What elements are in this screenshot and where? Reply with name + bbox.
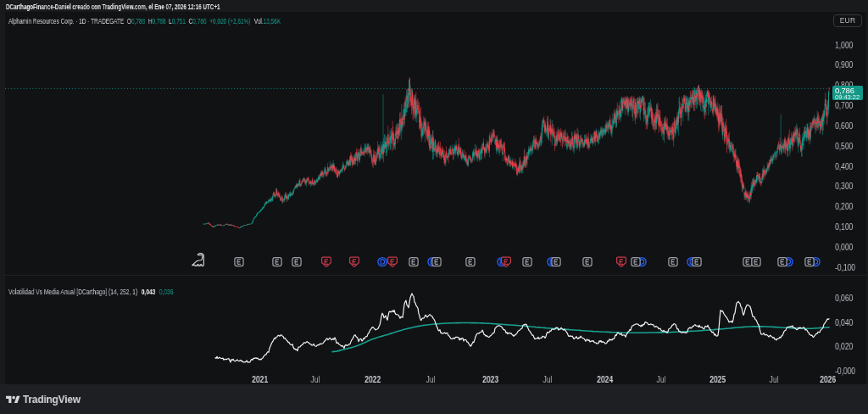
earnings-marker-icon[interactable] [466,258,475,266]
time-axis-year: 2026 [820,375,836,384]
earnings-miss-marker-icon[interactable] [350,257,359,266]
earnings-marker-icon[interactable] [273,258,281,266]
price-scale-label: 0,600 [835,120,865,131]
ohlc-value: 0,751 [172,17,186,25]
indicator-title[interactable]: Volatilidad Vs Media Anual [DCarthago] (… [8,288,137,296]
time-axis-year: 2024 [597,375,613,384]
earnings-marker-icon[interactable] [778,258,787,266]
symbol-title[interactable]: Alphamin Resources Corp. · 1D · TRADEGAT… [8,17,124,25]
earnings-marker-icon[interactable] [669,258,677,266]
earnings-miss-marker-icon[interactable] [322,257,331,266]
indicator-ma-value: 0,036 [159,288,174,296]
export-header: DCarthagoFinance-Daniel creado con Tradi… [0,0,868,12]
price-scale-label: 0,500 [835,141,865,151]
price-scale-label: 1,000 [835,40,865,50]
tradingview-export-screenshot: DCarthagoFinance-Daniel creado con Tradi… [0,0,868,414]
indicator-value: 0,043 [142,288,156,296]
change-value: +0,020 (+2,61%) [209,17,250,25]
price-scale-label: 0,200 [835,201,865,211]
candlestick-series[interactable] [203,77,829,228]
time-axis-month: Jul [543,375,553,384]
price-scale-label: 0,900 [835,59,865,70]
time-axis-year: 2025 [709,375,726,384]
price-scale-label: 0,400 [835,161,865,171]
volatility-series[interactable] [215,294,829,362]
history-start-marker-icon[interactable] [192,254,204,266]
time-axis-year: 2022 [364,375,381,384]
earnings-marker-icon[interactable] [632,258,640,266]
earnings-miss-marker-icon[interactable] [617,257,626,266]
indicator-scale-label: 0,020 [835,341,865,351]
chart-widget: Alphamin Resources Corp. · 1D · TRADEGAT… [5,12,866,384]
last-price-value: 0,786 [832,86,863,94]
earnings-marker-icon[interactable] [743,258,752,266]
time-axis-year: 2023 [482,375,498,384]
earnings-marker-icon[interactable] [752,258,760,266]
volume-label: Vol. [254,17,264,25]
price-scale-label: 0,700 [835,100,865,110]
price-scale-label: 0,100 [835,221,865,232]
volume-value: 13,56K [264,17,281,25]
last-price-label: 0,786 09:43:22 [832,86,863,100]
events-row[interactable] [192,254,820,267]
tradingview-logo-icon[interactable] [6,394,20,406]
ohlc-value: 0,788 [152,17,165,25]
earnings-marker-icon[interactable] [292,258,301,266]
earnings-miss-marker-icon[interactable] [388,257,398,266]
earnings-marker-icon[interactable] [432,258,441,266]
tradingview-wordmark[interactable]: TradingView [23,393,81,406]
export-title: DCarthagoFinance-Daniel creado con Tradi… [6,2,220,11]
time-axis-month: Jul [657,375,666,384]
price-scale-label: 0,000 [835,242,865,252]
indicator-scale-label: -0,000 [835,366,865,376]
symbol-legend[interactable]: Alphamin Resources Corp. · 1D · TRADEGAT… [8,17,281,25]
indicator-scale-label: 0,040 [835,317,865,327]
indicator-legend[interactable]: Volatilidad Vs Media Anual [DCarthago] (… [8,288,173,296]
ohlc-value: 0,786 [192,17,206,25]
indicator-scale-label: 0,060 [835,293,865,303]
time-axis-month: Jul [426,375,436,384]
currency-button[interactable]: EUR [833,14,862,27]
price-scale-label: -0,100 [835,262,865,272]
earnings-marker-icon[interactable] [693,258,701,266]
ohlc-values: O0,788H0,788L0,751C0,786 [124,17,206,25]
countdown-timer: 09:43:22 [832,93,863,100]
price-scale-label: 0,300 [835,181,865,191]
dividend-marker-icon[interactable] [378,258,387,266]
earnings-marker-icon[interactable] [805,258,814,266]
time-axis-month: Jul [770,375,779,384]
earnings-marker-icon[interactable] [409,258,418,266]
earnings-marker-icon[interactable] [523,258,531,266]
earnings-marker-icon[interactable] [583,258,592,266]
footer-bar: TradingView [0,384,868,414]
time-axis-month: Jul [311,375,320,384]
ohlc-value: 0,788 [131,17,145,25]
earnings-marker-icon[interactable] [552,258,560,266]
chart-canvas[interactable] [5,12,866,384]
time-axis-year: 2021 [252,375,268,384]
earnings-marker-icon[interactable] [235,258,243,266]
